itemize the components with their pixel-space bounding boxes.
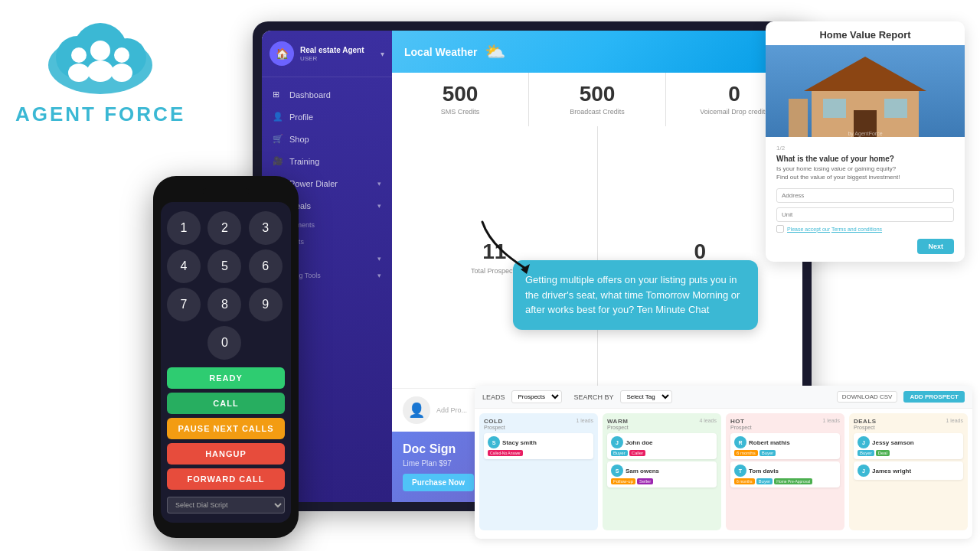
prospects-total-label: Total Prospects [471, 267, 518, 275]
grid-icon: ⊞ [273, 90, 283, 99]
address-input[interactable] [776, 188, 954, 203]
dialpad-7[interactable]: 7 [167, 288, 201, 321]
kanban-leads-select[interactable]: Prospects [511, 390, 562, 403]
ready-button[interactable]: READY [167, 367, 285, 389]
svg-point-4 [71, 47, 87, 63]
prospect-tag: 6 months [734, 450, 758, 456]
list-item[interactable]: R Robert mathis 6 months Buyer [730, 433, 840, 459]
prospect-name: S Stacy smith [488, 436, 590, 448]
kanban-columns: 1 leads COLD Prospect S Stacy smith Call… [475, 409, 972, 535]
weather-label: Local Weather [404, 46, 477, 58]
list-item[interactable]: J James wright [854, 461, 963, 480]
prospect-name: J John doe [611, 436, 713, 448]
pause-calls-button[interactable]: PAUSE NEXT CALLS [167, 418, 285, 439]
stat-card-broadcast: 500 Broadcast Credits [529, 73, 665, 126]
prospect-tag: Buyer [756, 478, 773, 484]
dialpad-5[interactable]: 5 [207, 249, 241, 283]
dialpad-2[interactable]: 2 [207, 211, 241, 245]
prospect-name: S Sam owens [611, 465, 713, 477]
dialpad-4[interactable]: 4 [167, 249, 201, 283]
weather-widget: Local Weather ⛅ [392, 31, 802, 73]
kanban-col-deals: 1 leads DEALS Prospect J Jessy samson Bu… [849, 413, 968, 530]
forward-call-button[interactable]: FORWARD CALL [167, 468, 285, 490]
kanban-col-sub-hot: Prospect [730, 425, 840, 430]
stat-number-sms: 500 [443, 83, 479, 105]
svg-rect-14 [884, 99, 907, 118]
prospect-tag: 6 months [734, 478, 755, 484]
prospect-name: J James wright [858, 465, 959, 477]
svg-text:by AgentForce: by AgentForce [848, 131, 882, 137]
prospect-tags: 6 months Buyer Home Pre-Approval [734, 478, 836, 484]
dialpad-8[interactable]: 8 [207, 288, 241, 321]
svg-point-9 [111, 64, 132, 82]
prospect-tag: Called-No Answer [488, 450, 523, 456]
prospect-tag: Buyer [611, 450, 628, 456]
kanban-col-count-warm: 4 leads [699, 418, 717, 423]
prospect-section: 11 Total Prospects 0 Total D... [392, 126, 802, 388]
dial-script-select[interactable]: Select Dial Script [167, 497, 285, 514]
sidebar-item-profile[interactable]: 👤 Profile [262, 106, 392, 128]
add-prospect-icon: 👤 [403, 396, 430, 424]
kanban-col-cold: 1 leads COLD Prospect S Stacy smith Call… [479, 413, 598, 530]
add-prospect-button[interactable]: ADD PROSPECT [903, 391, 965, 403]
list-item[interactable]: J Jessy samson Buyer Deal [854, 433, 963, 459]
kanban-leads-label: LEADS [482, 393, 505, 401]
hangup-button[interactable]: HANGUP [167, 443, 285, 465]
download-csv-button[interactable]: DOWNLOAD CSV [837, 391, 898, 403]
prospect-tag: Home Pre-Approval [774, 478, 812, 484]
terms-checkbox[interactable] [776, 225, 784, 233]
dialpad-0[interactable]: 0 [207, 326, 241, 360]
hv-step: 1/2 [776, 145, 954, 152]
prospect-avatar: T [734, 465, 746, 477]
prospect-avatar: J [611, 436, 623, 448]
call-button[interactable]: CALL [167, 393, 285, 414]
list-item[interactable]: S Sam owens Follow-up Seller [607, 461, 717, 487]
stat-number-broadcast: 500 [580, 83, 616, 105]
sidebar-item-dashboard[interactable]: ⊞ Dashboard [262, 83, 392, 106]
home-value-card: Home Value Report by AgentForce [766, 21, 965, 262]
prospect-tag: Seller [637, 478, 653, 484]
kanban-tag-select[interactable]: Select Tag [620, 390, 672, 403]
svg-point-8 [114, 47, 129, 63]
sidebar-item-shop[interactable]: 🛒 Shop [262, 128, 392, 150]
total-prospects-card: 11 Total Prospects [392, 126, 597, 388]
dialpad-9[interactable]: 9 [249, 288, 283, 321]
terms-label: Please accept our Terms and conditions [787, 227, 882, 232]
home-value-form: 1/2 What is the value of your home? Is y… [766, 137, 965, 262]
list-item[interactable]: J John doe Buyer Caller [607, 433, 717, 459]
prospect-name: R Robert mathis [734, 436, 836, 448]
unit-input[interactable] [776, 207, 954, 222]
next-button[interactable]: Next [917, 239, 954, 254]
purchase-now-button[interactable]: Purchase Now [403, 474, 474, 491]
list-item[interactable]: S Stacy smith Called-No Answer [484, 433, 593, 459]
chat-bubble: Getting multiple offers on your listing … [513, 260, 758, 330]
dialpad-1[interactable]: 1 [167, 211, 201, 245]
list-item[interactable]: T Tom davis 6 months Buyer Home Pre-Appr… [730, 461, 840, 487]
kanban-col-warm: 4 leads WARM Prospect J John doe Buyer C… [603, 413, 721, 530]
hv-subtext: Is your home losing value or gaining equ… [776, 165, 954, 172]
svg-point-6 [90, 41, 110, 60]
prospect-tag: Follow-up [611, 478, 635, 484]
stat-label-voicemail: Voicemail Drop credits [700, 108, 769, 116]
kanban-col-sub-deals: Prospect [854, 425, 963, 430]
home-value-title: Home Value Report [766, 21, 965, 45]
stat-card-sms: 500 SMS Credits [392, 73, 528, 126]
dialpad-6[interactable]: 6 [249, 249, 283, 283]
phone-notch [203, 188, 249, 194]
logo-text: AGENT FORCE [15, 103, 185, 126]
sidebar-header[interactable]: 🏠 Real estate Agent USER ▾ [262, 31, 392, 77]
terms-checkbox-row: Please accept our Terms and conditions [776, 225, 954, 233]
dialpad-3[interactable]: 3 [249, 211, 283, 245]
kanban-col-header-hot: 1 leads HOT Prospect [730, 418, 840, 430]
prospect-tag: Deal [876, 450, 890, 456]
prospect-tags: Buyer Deal [858, 450, 959, 456]
prospect-name: J Jessy samson [858, 436, 959, 448]
logo-icon [39, 15, 162, 99]
avatar: 🏠 [270, 41, 294, 66]
dialpad-grid: 1 2 3 4 5 6 7 8 9 0 [167, 211, 285, 360]
kanban-col-header-warm: 4 leads WARM Prospect [607, 418, 717, 430]
prospect-tag: Caller [629, 450, 646, 456]
kanban-col-header-deals: 1 leads DEALS Prospect [854, 418, 963, 430]
sidebar-item-training[interactable]: 🎥 Training [262, 150, 392, 172]
home-value-image: by AgentForce [766, 45, 965, 137]
